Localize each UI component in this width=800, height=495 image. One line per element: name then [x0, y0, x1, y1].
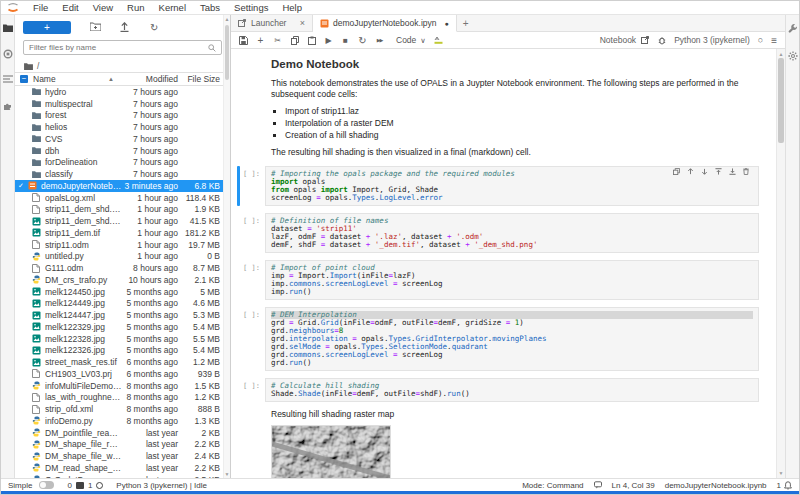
file-row[interactable]: melk124450.jpg5 months ago5 MB — [15, 286, 230, 298]
file-row[interactable]: G111.odm8 hours ago8.7 MB — [15, 262, 230, 274]
insert-cell-below-icon[interactable] — [729, 168, 736, 175]
refresh-icon[interactable]: ↻ — [150, 22, 161, 33]
new-folder-icon[interactable] — [90, 22, 101, 33]
kernel-name[interactable]: Python 3 (ipykernel) — [674, 35, 750, 45]
file-row[interactable]: infoDemo.py8 months ago1.3 KB — [15, 415, 230, 427]
file-row[interactable]: DM_pointfile_read.pylast year2 KB — [15, 427, 230, 439]
code-cell[interactable]: [ ]:# Importing the opals package and th… — [237, 166, 776, 206]
move-cell-up-icon[interactable] — [687, 168, 694, 175]
move-cell-down-icon[interactable] — [701, 168, 708, 175]
scroll-down-icon[interactable]: ▼ — [777, 470, 785, 476]
file-row[interactable]: melk124447.jpg5 months ago5.3 MB — [15, 309, 230, 321]
file-row[interactable]: strip11_dem.tif1 hour ago181.2 KB — [15, 227, 230, 239]
file-row[interactable]: multispectral7 hours ago — [15, 98, 230, 110]
menu-help[interactable]: Help — [275, 2, 309, 13]
file-row[interactable]: strip11.odm1 hour ago19.7 MB — [15, 239, 230, 251]
insert-cell-above-icon[interactable] — [715, 168, 722, 175]
toolbar-more-icon[interactable]: ≡ — [771, 35, 777, 46]
terminal-count[interactable]: 0 — [67, 481, 71, 490]
scroll-up-icon[interactable]: ▲ — [777, 51, 785, 57]
format-icon[interactable] — [434, 36, 443, 45]
code-cell[interactable]: [ ]:# Calculate hill shadingShade.Shade(… — [237, 378, 776, 402]
sort-ascending-icon[interactable]: ▲ — [108, 76, 120, 82]
new-launcher-button[interactable]: + — [23, 21, 71, 34]
markdown-cell[interactable]: Resulting hill shading raster map — [271, 409, 759, 478]
restart-run-all-icon[interactable]: ▶▶ — [375, 36, 384, 45]
file-row[interactable]: DM_read_shape_file.pylast year2.2 KB — [15, 462, 230, 474]
column-modified[interactable]: Modified — [120, 74, 178, 84]
file-row[interactable]: DM_shape_file_write.pylast year2.4 KB — [15, 450, 230, 462]
new-tab-button[interactable]: + — [457, 15, 475, 31]
file-row[interactable]: CVS7 hours ago — [15, 133, 230, 145]
upload-icon[interactable] — [120, 22, 131, 33]
settings-gear-icon[interactable] — [788, 51, 798, 61]
restart-kernel-icon[interactable]: ↻ — [358, 36, 367, 45]
external-link-icon[interactable] — [640, 36, 649, 45]
tab-notebook[interactable]: demoJupyterNotebook.ipyn ● — [313, 15, 457, 32]
file-row[interactable]: helios7 hours ago — [15, 121, 230, 133]
kernel-status-text[interactable]: Python 3 (ipykernel) | Idle — [116, 481, 207, 490]
breadcrumb[interactable]: / — [15, 59, 230, 72]
code-cell[interactable]: [ ]:# Definition of file namesdataset = … — [237, 213, 776, 253]
file-row[interactable]: DM_shape_file_read.pylast year2.2 KB — [15, 439, 230, 451]
cell-editor[interactable]: # DEM Interpolationgrd = Grid.Grid(inFil… — [265, 307, 759, 371]
cell-editor[interactable]: # Calculate hill shadingShade.Shade(inFi… — [265, 378, 759, 402]
debugger-bug-icon[interactable] — [657, 36, 666, 45]
table-of-contents-icon[interactable] — [3, 75, 13, 85]
tab-launcher[interactable]: Launcher × — [231, 15, 313, 31]
file-row[interactable]: opalsLog.xml1 hour ago118.4 KB — [15, 192, 230, 204]
file-row[interactable]: infoMultiFileDemo.py8 months ago1.5 KB — [15, 380, 230, 392]
property-inspector-icon[interactable] — [788, 23, 798, 33]
menu-tabs[interactable]: Tabs — [193, 2, 227, 13]
accessibility-icon[interactable] — [594, 481, 602, 489]
cursor-position[interactable]: Ln 4, Col 39 — [612, 481, 655, 490]
code-cell[interactable]: [ ]:# DEM Interpolationgrd = Grid.Grid(i… — [237, 307, 776, 371]
cell-type-dropdown[interactable]: Code ∨ — [396, 35, 426, 45]
extensions-puzzle-icon[interactable] — [3, 101, 13, 111]
run-cell-icon[interactable]: ▶ — [324, 36, 333, 45]
simple-mode-toggle[interactable] — [39, 481, 54, 489]
kernel-count[interactable]: 1 — [88, 481, 92, 490]
delete-cell-icon[interactable] — [743, 168, 750, 175]
running-sessions-icon[interactable] — [3, 49, 13, 59]
file-row[interactable]: forest7 hours ago — [15, 110, 230, 122]
duplicate-cell-icon[interactable] — [673, 168, 680, 175]
stop-kernel-icon[interactable]: ■ — [341, 36, 350, 45]
file-row[interactable]: strip_ofd.xml8 months ago888 B — [15, 403, 230, 415]
close-icon[interactable]: × — [300, 18, 305, 28]
file-row[interactable]: melk122329.jpg5 months ago5.4 MB — [15, 321, 230, 333]
paste-cells-icon[interactable] — [307, 36, 316, 45]
cut-cells-icon[interactable]: ✂ — [273, 36, 282, 45]
active-file-name[interactable]: demoJupyterNotebook.ipynb — [665, 481, 767, 490]
save-icon[interactable] — [239, 36, 248, 45]
bell-icon[interactable] — [784, 481, 792, 489]
file-row[interactable]: hydro7 hours ago — [15, 86, 230, 98]
column-name[interactable]: Name — [33, 74, 108, 84]
cell-editor[interactable]: # Import of point cloudimp = Import.Impo… — [265, 260, 759, 300]
menu-settings[interactable]: Settings — [227, 2, 275, 13]
copy-cells-icon[interactable] — [290, 36, 299, 45]
file-row[interactable]: classify7 hours ago — [15, 168, 230, 180]
file-row[interactable]: CH1903_LV03.prj6 months ago939 B — [15, 368, 230, 380]
menu-edit[interactable]: Edit — [55, 2, 85, 13]
file-row[interactable]: melk122326.jpg5 months ago5.4 MB — [15, 345, 230, 357]
file-filter-input[interactable] — [29, 43, 208, 52]
mode-indicator[interactable]: Mode: Command — [522, 481, 583, 490]
file-row[interactable]: untitled.py1 hour ago0 B — [15, 251, 230, 263]
file-row[interactable]: las_with_roughness.xml8 months ago1.2 KB — [15, 392, 230, 404]
scroll-up-icon[interactable]: ▲ — [224, 16, 230, 22]
column-file-size[interactable]: File Size — [178, 74, 222, 84]
file-row[interactable]: DM_crs_trafo.py10 hours ago2.1 KB — [15, 274, 230, 286]
file-row[interactable]: dbh7 hours ago — [15, 145, 230, 157]
file-browser-icon[interactable] — [3, 23, 13, 33]
code-cell[interactable]: [ ]:# Import of point cloudimp = Import.… — [237, 260, 776, 300]
file-row[interactable]: ✓demoJupyterNotebook.ipynb3 minutes ago6… — [15, 180, 230, 192]
file-row[interactable]: melk124449.jpg5 months ago4.6 MB — [15, 298, 230, 310]
select-all-checkbox[interactable]: − — [20, 75, 28, 83]
scroll-down-icon[interactable]: ▼ — [224, 471, 230, 477]
markdown-cell[interactable]: Demo NotebookThis notebook demonstrates … — [271, 59, 759, 158]
notebook-scrollbar[interactable]: ▲ ▼ — [776, 49, 785, 478]
file-list-scrollbar[interactable]: ▲ ▼ — [223, 15, 230, 478]
menu-file[interactable]: File — [26, 2, 55, 13]
add-cell-icon[interactable]: + — [256, 36, 265, 45]
